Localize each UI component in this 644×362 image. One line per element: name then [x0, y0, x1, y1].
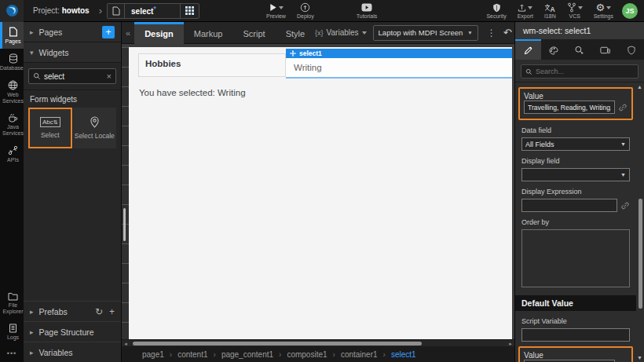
tab-style[interactable]: Style: [276, 22, 315, 44]
settings-gear-icon: ⚙: [596, 2, 606, 13]
display-field-select[interactable]: ▼: [521, 168, 630, 181]
breadcrumb-container1[interactable]: container1: [341, 350, 378, 359]
clear-search-icon[interactable]: ×: [107, 71, 112, 81]
variables-section-header[interactable]: ▸ Variables: [24, 342, 121, 362]
search-icon: [33, 72, 41, 80]
device-preview-dropdown[interactable]: Laptop with MDPI Screen ▼: [373, 25, 478, 41]
widget-selection-header[interactable]: select1: [286, 49, 512, 58]
breadcrumb-page-content1[interactable]: page_content1: [221, 350, 273, 359]
data-field-property: Data field All Fields ▼: [521, 126, 630, 151]
activity-item-apis[interactable]: APIs: [0, 141, 24, 167]
widget-tile-select[interactable]: Abc⇅ Select: [28, 108, 72, 148]
open-file-tab[interactable]: select*: [107, 3, 199, 19]
tab-events[interactable]: [567, 39, 593, 60]
tab-script[interactable]: Script: [233, 22, 276, 44]
tab-markup[interactable]: Markup: [184, 22, 233, 44]
display-expression-input[interactable]: [521, 199, 617, 212]
widgets-section-header[interactable]: ▾ Widgets: [24, 42, 121, 63]
tutorials-button[interactable]: Tutorials: [351, 0, 383, 22]
settings-caret-icon[interactable]: [606, 6, 611, 9]
widget-tile-select-locale[interactable]: Select Locale: [73, 108, 117, 148]
preview-button[interactable]: Preview: [261, 0, 291, 22]
properties-search-input[interactable]: [536, 68, 634, 75]
tab-devices[interactable]: [592, 39, 618, 60]
canvas-vertical-scrollbar[interactable]: [123, 208, 126, 241]
vcs-button[interactable]: VCS: [562, 0, 588, 22]
modified-indicator: *: [153, 5, 156, 13]
pencil-icon: [524, 46, 532, 55]
scroll-down-arrow[interactable]: ▼: [637, 355, 642, 360]
value-property-label: Value: [524, 92, 543, 101]
collapsed-triangle-icon: ▸: [30, 349, 34, 357]
wavemaker-logo[interactable]: [0, 0, 24, 22]
breadcrumb-separator: ›: [279, 350, 281, 359]
vcs-caret-icon[interactable]: [578, 6, 583, 9]
settings-button[interactable]: ⚙ Settings: [588, 0, 619, 22]
result-label[interactable]: You have selected: Writing: [139, 88, 512, 97]
breadcrumb-composite1[interactable]: composite1: [287, 350, 327, 359]
design-canvas[interactable]: Hobbies select1 Writing You have s: [129, 47, 512, 339]
add-prefab-icon[interactable]: +: [109, 306, 115, 317]
collapsed-triangle-icon: ▸: [30, 328, 34, 336]
i18n-button[interactable]: A I18N: [539, 0, 562, 22]
properties-scrollbar-thumb[interactable]: [639, 199, 642, 309]
add-page-button[interactable]: +: [102, 26, 115, 38]
page-structure-section-header[interactable]: ▸ Page Structure: [24, 321, 121, 342]
value-property-input[interactable]: [524, 101, 615, 114]
hscroll-thumb[interactable]: [133, 342, 422, 346]
bind-link-icon[interactable]: [620, 201, 630, 210]
properties-panel-title: wm-select: select1: [515, 22, 644, 39]
tab-styles[interactable]: [541, 39, 567, 60]
prefabs-section-header[interactable]: ▸ Prefabs ↻ +: [24, 301, 121, 321]
undo-button[interactable]: ↶: [500, 27, 515, 38]
preview-caret-icon[interactable]: [279, 6, 284, 9]
bind-link-icon[interactable]: [618, 103, 628, 112]
refresh-prefabs-icon[interactable]: ↻: [95, 306, 103, 317]
activity-more-button[interactable]: •••: [0, 345, 24, 362]
security-button[interactable]: Security: [481, 0, 511, 22]
activity-item-pages[interactable]: Pages: [0, 22, 24, 49]
tab-design[interactable]: Design: [134, 22, 184, 44]
export-caret-icon[interactable]: [528, 6, 532, 9]
tab-security[interactable]: [618, 39, 644, 60]
vertical-ruler: [122, 47, 129, 339]
pages-icon: [9, 27, 18, 37]
horizontal-scrollbar[interactable]: ◂ ▸: [122, 339, 514, 346]
collapse-left-panel-icon[interactable]: «: [122, 28, 134, 38]
select1-dropdown[interactable]: Writing: [286, 58, 512, 79]
script-variable-property: Script Variable: [521, 317, 630, 342]
export-button[interactable]: Export: [512, 0, 539, 22]
scroll-up-arrow[interactable]: ▲: [637, 84, 642, 90]
breadcrumb-content1[interactable]: content1: [177, 350, 207, 359]
deploy-button[interactable]: Deploy: [291, 0, 320, 22]
widget-search-input[interactable]: [44, 72, 107, 81]
properties-search-box: [521, 64, 639, 79]
form-widgets-group-title: Form widgets: [24, 90, 121, 108]
hscroll-right-arrow[interactable]: ▸: [507, 340, 514, 347]
select-widget-icon: Abc⇅: [40, 117, 60, 127]
user-avatar[interactable]: JS: [622, 3, 638, 19]
project-chevron-icon: ›: [99, 5, 102, 16]
data-field-select[interactable]: All Fields ▼: [521, 137, 630, 151]
variables-dropdown[interactable]: {x} Variables: [315, 28, 366, 37]
breadcrumb-select1[interactable]: select1: [391, 350, 416, 359]
file-tab-label[interactable]: select*: [125, 5, 180, 16]
select1-widget[interactable]: select1 Writing: [286, 49, 512, 79]
pages-section-header[interactable]: ▸ Pages +: [24, 22, 121, 42]
dashboard-grid-icon[interactable]: [180, 4, 199, 18]
hobbies-label[interactable]: Hobbies: [138, 53, 286, 77]
activity-item-databases[interactable]: Databases: [0, 49, 24, 75]
tab-properties[interactable]: [515, 39, 541, 60]
canvas-more-menu-icon[interactable]: ⋮: [483, 27, 500, 38]
activity-item-web-services[interactable]: Web Services: [0, 75, 24, 108]
activity-item-file-explorer[interactable]: File Explorer: [0, 287, 24, 319]
move-handle-icon[interactable]: [290, 50, 296, 57]
breadcrumb-page1[interactable]: page1: [142, 350, 164, 359]
activity-item-java-services[interactable]: Java Services: [0, 108, 24, 141]
activity-item-logs[interactable]: Logs: [0, 319, 24, 345]
hscroll-left-arrow[interactable]: ◂: [122, 340, 130, 347]
properties-panel: wm-select: select1: [514, 22, 644, 362]
variables-icon: {x}: [315, 29, 324, 37]
order-by-box[interactable]: [521, 229, 630, 287]
script-variable-input[interactable]: [521, 328, 630, 342]
